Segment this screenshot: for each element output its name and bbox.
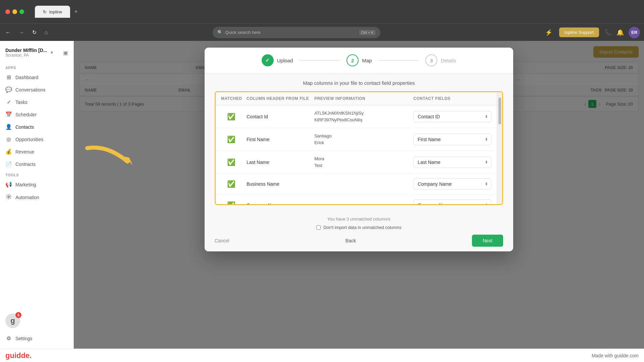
sidebar-item-marketing[interactable]: 📢 Marketing [0, 178, 73, 191]
browser-tab[interactable]: ↻ topline [35, 6, 70, 18]
column-header-3: Last Name [247, 160, 309, 165]
header-fields: CONTACT FIELDS [413, 96, 491, 101]
reload-nav-button[interactable]: ↻ [31, 28, 38, 37]
modal-footer: Cancel Back Next [215, 235, 503, 247]
revenue-icon: 💰 [5, 148, 12, 155]
sidebar-item-dashboard[interactable]: ⊞ Dashboard [0, 71, 73, 83]
field-select-4[interactable]: Contact ID First Name Last Name Company … [413, 178, 491, 190]
vertical-scrollbar[interactable] [497, 92, 502, 205]
tab-label: topline [49, 9, 62, 14]
company-name: Dunder Mifflin [D... [5, 48, 47, 53]
lightning-icon[interactable]: ⚡ [545, 29, 552, 36]
back-nav-button[interactable]: ← [4, 28, 12, 37]
search-icon: 🔍 [217, 30, 223, 35]
sidebar-item-label: Conversations [15, 87, 46, 93]
sidebar-item-label: Settings [15, 336, 33, 341]
match-icon-2: ✅ [221, 135, 241, 143]
mapping-row-business-name: ✅ Business Name Contact ID [216, 174, 497, 195]
traffic-lights [5, 9, 24, 14]
field-select-wrapper-4: Contact ID First Name Last Name Company … [413, 178, 491, 190]
preview-1: ATL5KJnMXhfKSN1NjiSy KlRF397NyPbx8CouNlI… [314, 110, 408, 123]
tab-bar: ↻ topline + [35, 6, 80, 18]
next-button[interactable]: Next [472, 235, 503, 247]
back-button[interactable]: Back [345, 238, 356, 243]
match-icon-4: ✅ [221, 180, 241, 188]
sidebar-item-label: Contracts [15, 162, 36, 167]
sidebar-item-contacts[interactable]: 👤 Contacts [0, 121, 73, 133]
column-header-1: Contact Id [247, 114, 309, 119]
close-icon[interactable] [5, 9, 10, 14]
bell-icon[interactable]: 🔔 [616, 29, 624, 36]
notification-badge: 5 [15, 312, 21, 318]
step-map-label: Map [362, 58, 372, 63]
sidebar-item-label: Automation [15, 195, 39, 200]
step-upload: ✓ Upload [262, 54, 293, 66]
sidebar-item-label: Contacts [15, 124, 34, 130]
topline-support-button[interactable]: topline Support [559, 27, 599, 37]
cancel-button[interactable]: Cancel [215, 238, 229, 243]
field-select-3[interactable]: Contact ID First Name Last Name Company … [413, 157, 491, 168]
fullscreen-icon[interactable] [19, 9, 24, 14]
bottom-bar: guidde. Made with guidde.com [0, 349, 644, 362]
header-preview: PREVIEW INFORMATION [314, 96, 408, 101]
dont-import-row: Don't import data in unmatched columns [215, 225, 503, 230]
modal-body: Map columns in your file to contact fiel… [205, 73, 513, 212]
step-details: 3 Details [425, 54, 456, 66]
made-with-text: Made with guidde.com [592, 353, 639, 358]
mapping-table-header: MATCHED COLUMN HEADER FROM FILE PREVIEW … [216, 92, 497, 105]
step-upload-circle: ✓ [262, 54, 274, 66]
g-avatar: g 5 [5, 313, 20, 328]
tab-reload-icon: ↻ [43, 9, 47, 14]
tools-section-label: Tools [0, 170, 73, 178]
layout-toggle-icon[interactable]: ▣ [63, 50, 68, 56]
search-placeholder: Quick search here [225, 30, 357, 35]
sidebar-item-scheduler[interactable]: 📅 Scheduler [0, 108, 73, 121]
step-details-circle: 3 [425, 54, 437, 66]
dont-import-label[interactable]: Don't import data in unmatched columns [323, 225, 401, 230]
modal-overlay: ✓ Upload 2 Map 3 Details [74, 41, 644, 349]
header-column: COLUMN HEADER FROM FILE [247, 96, 309, 101]
mapping-row-company-name: ✅ Company Name Contact ID [216, 195, 497, 205]
stepper: ✓ Upload 2 Map 3 Details [205, 48, 513, 73]
home-nav-button[interactable]: ⌂ [43, 28, 49, 37]
unmatched-warning: You have 3 unmatched column/s [215, 217, 503, 222]
sidebar-item-settings[interactable]: ⚙ Settings [0, 332, 73, 345]
sidebar-item-opportunities[interactable]: ◎ Opportunities [0, 133, 73, 145]
minimize-icon[interactable] [12, 9, 17, 14]
preview-line1-3: Mora [314, 156, 408, 162]
preview-line2-3: Test [314, 162, 408, 169]
sidebar-item-conversations[interactable]: 💬 Conversations [0, 83, 73, 96]
sidebar-item-revenue[interactable]: 💰 Revenue [0, 145, 73, 158]
new-tab-button[interactable]: + [71, 7, 80, 17]
match-icon-1: ✅ [221, 113, 241, 121]
dont-import-checkbox[interactable] [316, 225, 321, 230]
sidebar-item-automation[interactable]: Automation [0, 191, 73, 204]
match-icon-3: ✅ [221, 158, 241, 166]
preview-3: Mora Test [314, 156, 408, 169]
mapping-table-container: MATCHED COLUMN HEADER FROM FILE PREVIEW … [215, 91, 503, 205]
field-select-2[interactable]: Contact ID First Name Last Name Company … [413, 134, 491, 145]
chevron-down-icon: ▼ [50, 50, 54, 55]
g-avatar-area: g 5 [0, 309, 73, 332]
forward-nav-button[interactable]: → [17, 28, 25, 37]
step-map-circle: 2 [346, 54, 359, 66]
modal-subtitle: Map columns in your file to contact fiel… [215, 80, 503, 86]
svg-point-0 [8, 196, 10, 198]
phone-icon[interactable]: 📞 [604, 29, 612, 36]
marketing-icon: 📢 [5, 181, 12, 188]
avatar[interactable]: ER [629, 27, 640, 38]
sidebar-item-tasks[interactable]: ✓ Tasks [0, 96, 73, 108]
field-select-wrapper-1: Contact ID First Name Last Name Company … [413, 111, 491, 122]
sidebar-item-contracts[interactable]: 📄 Contracts [0, 158, 73, 170]
tasks-icon: ✓ [5, 99, 12, 105]
contracts-icon: 📄 [5, 161, 12, 167]
company-selector[interactable]: Dunder Mifflin [D... Scranton, PA ▼ ▣ [0, 45, 73, 60]
mapping-row-last-name: ✅ Last Name Mora Test Contact ID [216, 151, 497, 174]
sidebar-item-label: Marketing [15, 182, 36, 187]
header-icons: 📞 🔔 ER [604, 27, 640, 38]
address-bar[interactable]: 🔍 Quick search here Ctrl + K [213, 27, 380, 38]
app-layout: Dunder Mifflin [D... Scranton, PA ▼ ▣ Ap… [0, 41, 644, 349]
field-select-5[interactable]: Contact ID First Name Last Name Company … [413, 199, 491, 205]
field-select-1[interactable]: Contact ID First Name Last Name Company … [413, 111, 491, 122]
column-header-5: Company Name [247, 202, 309, 205]
